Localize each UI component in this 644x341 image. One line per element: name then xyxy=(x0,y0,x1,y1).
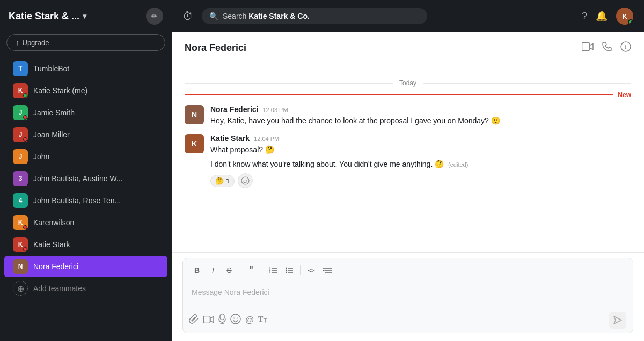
message-input-placeholder: Message Nora Federici xyxy=(192,288,269,296)
message-time: 12:03 PM xyxy=(262,107,288,113)
quote-button[interactable]: " xyxy=(244,263,259,278)
svg-point-17 xyxy=(286,272,287,273)
sidebar-item-katie-stark-me[interactable]: KKatie Stark (me) xyxy=(4,80,167,101)
avatar: J xyxy=(13,127,28,142)
sidebar-item-john[interactable]: JJohn xyxy=(4,146,167,167)
sidebar-item-label: Jamie Smith xyxy=(33,108,75,117)
avatar: N xyxy=(13,259,28,274)
sidebar: Katie Stark & ... ▾ ✏ ↑ Upgrade TTumbleB… xyxy=(0,0,172,341)
svg-point-27 xyxy=(237,317,238,318)
phone-call-button[interactable] xyxy=(602,42,612,54)
sidebar-item-tumblebot[interactable]: TTumbleBot xyxy=(4,58,167,79)
sidebar-item-label: John Bautista, Austine W... xyxy=(33,174,123,183)
message-avatar: N xyxy=(185,105,204,124)
upgrade-label: Upgrade xyxy=(23,39,49,47)
sidebar-item-karenwilson[interactable]: KKarenwilson xyxy=(4,212,167,233)
svg-point-5 xyxy=(246,180,247,181)
sidebar-item-katie-stark[interactable]: KKatie Stark xyxy=(4,234,167,255)
status-dot xyxy=(23,115,27,120)
sidebar-item-label: Katie Stark xyxy=(33,240,70,249)
sidebar-item-label: TumbleBot xyxy=(33,64,69,73)
upgrade-button[interactable]: ↑ Upgrade xyxy=(6,34,165,51)
sidebar-item-label: Joan Miller xyxy=(33,130,70,139)
chat-header: Nora Federici i xyxy=(172,32,644,64)
svg-rect-21 xyxy=(204,316,210,323)
user-avatar[interactable]: K xyxy=(616,8,633,25)
send-button[interactable] xyxy=(609,312,626,329)
status-dot xyxy=(23,137,27,142)
input-bottom-icons: @ T xyxy=(189,314,609,327)
code-button[interactable]: <> xyxy=(304,263,319,278)
svg-text:T: T xyxy=(258,315,264,323)
message-content: Katie Stark 12:04 PM What proposal? 🤔 I … xyxy=(210,134,631,188)
avatar: J xyxy=(13,149,28,164)
svg-point-25 xyxy=(231,314,240,324)
video-button[interactable] xyxy=(203,315,214,326)
avatar: 3 xyxy=(13,171,28,186)
reaction-button[interactable]: 🤔 1 xyxy=(210,175,235,187)
svg-point-16 xyxy=(286,270,287,271)
message-meta: Katie Stark 12:04 PM xyxy=(210,134,631,143)
message-avatar: K xyxy=(185,134,204,153)
avatar: 4 xyxy=(13,193,28,208)
svg-text:i: i xyxy=(625,43,626,50)
message-time: 12:04 PM xyxy=(254,136,279,142)
workspace-name[interactable]: Katie Stark & ... ▾ xyxy=(9,11,86,22)
svg-point-3 xyxy=(241,177,249,184)
message-group: N Nora Federici 12:03 PM Hey, Katie, hav… xyxy=(185,105,631,127)
sidebar-item-nora-federici[interactable]: NNora Federici xyxy=(4,256,167,277)
upgrade-arrow-icon: ↑ xyxy=(16,39,19,47)
svg-point-4 xyxy=(244,180,245,181)
mention-button[interactable]: @ xyxy=(245,315,254,325)
message-author: Katie Stark xyxy=(210,134,250,143)
add-teammates-button[interactable]: ⊕ Add teammates xyxy=(4,278,167,299)
search-icon: 🔍 xyxy=(209,12,218,20)
microphone-button[interactable] xyxy=(218,314,226,327)
sidebar-item-john-bautista-austine[interactable]: 3John Bautista, Austine W... xyxy=(4,168,167,189)
message-input-area: B I S " 1 2 3 xyxy=(172,252,644,341)
message-meta: Nora Federici 12:03 PM xyxy=(210,105,631,114)
svg-text:3: 3 xyxy=(269,271,271,273)
emoji-button[interactable] xyxy=(230,314,241,327)
chat-actions: i xyxy=(582,41,631,55)
message-reactions: 🤔 1 xyxy=(210,173,631,188)
notification-button[interactable]: 🔔 xyxy=(596,10,608,22)
main-area: ⏱ 🔍 Search Katie Stark & Co. ? 🔔 K Nora … xyxy=(172,0,644,341)
chat-messages: Today New N Nora Federici 12:03 PM Hey, … xyxy=(172,64,644,252)
italic-button[interactable]: I xyxy=(206,263,221,278)
sidebar-item-label: John Bautista, Rose Ten... xyxy=(33,196,121,205)
search-bar[interactable]: 🔍 Search Katie Stark & Co. xyxy=(202,8,427,24)
message-input[interactable]: Message Nora Federici xyxy=(183,281,633,308)
sidebar-item-jamie-smith[interactable]: JJamie Smith xyxy=(4,102,167,123)
info-button[interactable]: i xyxy=(620,41,631,55)
avatar: K xyxy=(13,237,28,252)
new-message-divider: New xyxy=(185,91,631,99)
reaction-count: 1 xyxy=(226,177,230,185)
date-divider: Today xyxy=(185,79,631,87)
search-workspace: Katie Stark & Co. xyxy=(248,12,310,20)
strikethrough-button[interactable]: S xyxy=(222,263,237,278)
ordered-list-button[interactable]: 1 2 3 xyxy=(266,263,281,278)
sidebar-list: TTumbleBotKKatie Stark (me)JJamie SmithJ… xyxy=(0,55,172,341)
status-dot xyxy=(23,93,27,98)
chat-contact-name: Nora Federici xyxy=(185,42,582,54)
sidebar-header: Katie Stark & ... ▾ ✏ xyxy=(0,0,172,32)
edit-workspace-button[interactable]: ✏ xyxy=(146,8,163,25)
bold-button[interactable]: B xyxy=(189,263,204,278)
format-button[interactable]: T xyxy=(258,314,268,327)
video-call-button[interactable] xyxy=(582,42,594,54)
help-button[interactable]: ? xyxy=(582,11,587,22)
toolbar-separator xyxy=(300,265,301,275)
sidebar-item-joan-miller[interactable]: JJoan Miller xyxy=(4,124,167,145)
unordered-list-button[interactable] xyxy=(282,263,297,278)
add-reaction-button[interactable] xyxy=(238,173,253,188)
history-button[interactable]: ⏱ xyxy=(182,10,193,23)
sidebar-item-label: Nora Federici xyxy=(33,262,78,271)
avatar: T xyxy=(13,61,28,76)
status-dot xyxy=(23,225,27,229)
workspace-name-text: Katie Stark & ... xyxy=(9,11,79,22)
sidebar-item-john-bautista-rose[interactable]: 4John Bautista, Rose Ten... xyxy=(4,190,167,211)
toolbar-separator xyxy=(240,265,240,275)
indent-button[interactable] xyxy=(320,263,335,278)
attachment-button[interactable] xyxy=(189,314,199,327)
